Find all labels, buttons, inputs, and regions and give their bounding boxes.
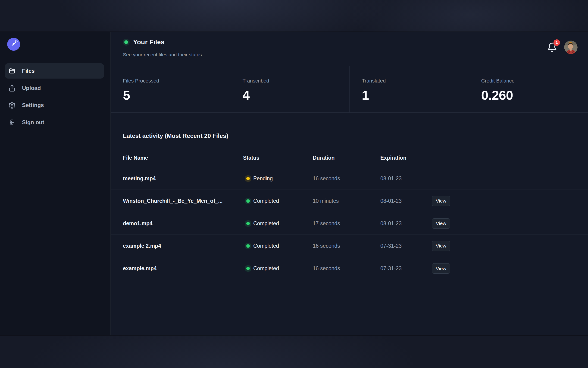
status-dot-icon xyxy=(246,177,250,180)
expiration-cell: 07-31-23 xyxy=(380,243,432,249)
table-row: example 2.mp4 Completed 16 seconds 07-31… xyxy=(111,235,588,257)
status-dot-icon xyxy=(124,40,128,44)
bell-icon xyxy=(547,50,557,54)
file-name: meeting.mp4 xyxy=(123,175,243,182)
sidebar-item-label: Settings xyxy=(22,102,44,109)
file-name: Winston_Churchill_-_Be_Ye_Men_of_... xyxy=(123,198,243,204)
status-dot-icon xyxy=(246,199,250,203)
status-dot-icon xyxy=(246,244,250,248)
stat-credit-balance: Credit Balance 0.260 xyxy=(469,66,588,112)
page-header: Your Files See your recent files and the… xyxy=(111,32,588,66)
folder-icon xyxy=(8,67,16,75)
status-cell: Completed xyxy=(243,220,313,227)
stat-value: 0.260 xyxy=(481,88,588,102)
latest-activity-section: Latest activity (Most Recent 20 Files) F… xyxy=(111,113,588,280)
duration-cell: 16 seconds xyxy=(313,175,380,182)
file-name: example 2.mp4 xyxy=(123,243,243,249)
stats-bar: Files Processed 5 Transcribed 4 Translat… xyxy=(111,66,588,113)
table-row: meeting.mp4 Pending 16 seconds 08-01-23 xyxy=(111,167,588,190)
column-header-duration: Duration xyxy=(313,155,380,161)
stat-label: Translated xyxy=(362,78,469,84)
stat-value: 1 xyxy=(362,88,469,102)
stat-files-processed: Files Processed 5 xyxy=(111,66,230,112)
table-row: demo1.mp4 Completed 17 seconds 08-01-23 … xyxy=(111,212,588,235)
app-logo[interactable] xyxy=(7,38,20,51)
view-button[interactable]: View xyxy=(432,218,450,229)
status-cell: Completed xyxy=(243,243,313,249)
sidebar-item-label: Files xyxy=(22,68,35,74)
avatar[interactable] xyxy=(564,41,578,54)
status-cell: Completed xyxy=(243,198,313,204)
stat-value: 4 xyxy=(243,88,350,102)
table-header: File Name Status Duration Expiration xyxy=(111,155,588,167)
page-subtitle: See your recent files and their status xyxy=(123,52,588,58)
view-button[interactable]: View xyxy=(432,241,450,251)
stat-label: Credit Balance xyxy=(481,78,588,84)
stat-translated: Translated 1 xyxy=(349,66,469,112)
sidebar-item-label: Upload xyxy=(22,85,41,91)
expiration-cell: 08-01-23 xyxy=(380,175,432,182)
file-name: demo1.mp4 xyxy=(123,220,243,227)
expiration-cell: 08-01-23 xyxy=(380,198,432,204)
status-label: Completed xyxy=(253,243,279,249)
notification-badge: 1 xyxy=(553,39,560,46)
duration-cell: 16 seconds xyxy=(313,265,380,272)
table-row: Winston_Churchill_-_Be_Ye_Men_of_... Com… xyxy=(111,190,588,212)
sidebar-nav: Files Upload xyxy=(0,63,110,132)
pencil-broadcast-icon xyxy=(9,40,18,49)
stat-label: Files Processed xyxy=(123,78,230,84)
sign-out-icon xyxy=(8,119,16,126)
duration-cell: 16 seconds xyxy=(313,243,380,249)
gear-icon xyxy=(8,101,16,109)
sidebar-item-upload[interactable]: Upload xyxy=(5,80,104,96)
view-button[interactable]: View xyxy=(432,196,450,206)
status-dot-icon xyxy=(246,222,250,225)
table-row: example.mp4 Completed 16 seconds 07-31-2… xyxy=(111,257,588,280)
stat-transcribed: Transcribed 4 xyxy=(230,66,350,112)
status-label: Pending xyxy=(253,175,273,182)
header-actions: 1 xyxy=(547,41,578,54)
duration-cell: 17 seconds xyxy=(313,220,380,227)
sidebar-item-sign-out[interactable]: Sign out xyxy=(5,115,104,130)
status-cell: Pending xyxy=(243,175,313,182)
status-label: Completed xyxy=(253,220,279,227)
column-header-file-name: File Name xyxy=(123,155,243,161)
upload-icon xyxy=(8,84,16,92)
stat-value: 5 xyxy=(123,88,230,102)
sidebar-item-settings[interactable]: Settings xyxy=(5,98,104,113)
stat-label: Transcribed xyxy=(243,78,350,84)
notifications-button[interactable]: 1 xyxy=(547,42,557,53)
status-label: Completed xyxy=(253,265,279,272)
status-dot-icon xyxy=(246,267,250,270)
sidebar-item-files[interactable]: Files xyxy=(5,63,104,79)
section-title: Latest activity (Most Recent 20 Files) xyxy=(123,132,588,139)
sidebar: Files Upload xyxy=(0,32,111,335)
app-window: Files Upload xyxy=(0,32,588,335)
view-button[interactable]: View xyxy=(432,263,450,274)
file-name: example.mp4 xyxy=(123,265,243,272)
sidebar-item-label: Sign out xyxy=(22,119,44,126)
expiration-cell: 07-31-23 xyxy=(380,265,432,272)
expiration-cell: 08-01-23 xyxy=(380,220,432,227)
status-label: Completed xyxy=(253,198,279,204)
duration-cell: 10 minutes xyxy=(313,198,380,204)
column-header-status: Status xyxy=(243,155,313,161)
main-content: Your Files See your recent files and the… xyxy=(111,32,588,335)
page-title: Your Files xyxy=(133,38,164,46)
status-cell: Completed xyxy=(243,265,313,272)
column-header-expiration: Expiration xyxy=(380,155,432,161)
